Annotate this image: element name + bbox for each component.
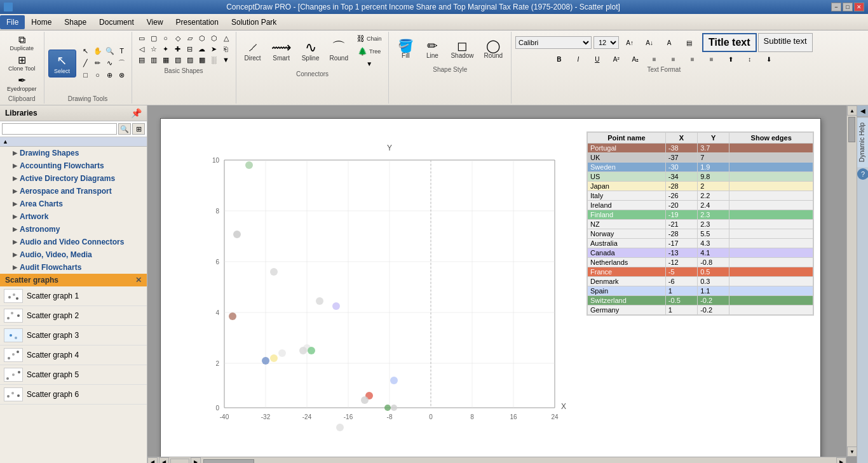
font-size-increase-button[interactable]: A↑ [621,37,639,48]
lib-item-active-directory[interactable]: ▶Active Directory Diagrams [0,172,147,185]
scroll-right-button[interactable]: ▶ [836,457,846,464]
menu-file[interactable]: File [0,15,25,29]
tool-pen[interactable]: ✏ [92,58,104,68]
shape-circle[interactable]: ○ [160,33,172,43]
close-button[interactable]: ✕ [854,3,864,11]
library-view-toggle[interactable]: ⊞ [132,123,145,135]
scroll-left-button[interactable]: ◀ [147,457,158,464]
shape-extra7[interactable]: ░ [208,55,220,65]
align-center-button[interactable]: ≡ [665,53,682,65]
page-thumb[interactable] [170,459,189,464]
scatter-graph-5[interactable]: Scatter graph 5 [0,365,147,385]
shape-extra6[interactable]: ▩ [196,55,208,65]
shape-extra5[interactable]: ▨ [184,55,196,65]
clone-tool-button[interactable]: ⊞ Clone Tool [5,53,38,74]
scatter-graph-6[interactable]: Scatter graph 6 [0,385,147,405]
shape-extra1[interactable]: ▤ [136,55,147,65]
drawing-canvas[interactable]: Y X 8 6 4 2 0 10 -40 -32 -24 -16 [160,118,821,457]
chain-connector-button[interactable]: ⛓ Chain [354,33,385,44]
tool-bezier[interactable]: ∿ [104,58,116,68]
justify-button[interactable]: ≡ [703,53,721,65]
eyedropper-button[interactable]: ✒ Eyedropper [4,74,40,94]
shape-hexagon[interactable]: ⬡ [196,33,208,43]
tool-line[interactable]: ╱ [80,58,92,68]
scroll-thumb-h[interactable] [203,459,254,464]
lib-item-accounting[interactable]: ▶Accounting Flowcharts [0,159,147,172]
shape-octagon[interactable]: ⬡ [208,33,220,43]
lib-item-aerospace[interactable]: ▶Aerospace and Transport [0,185,147,198]
superscript-button[interactable]: A² [607,53,625,65]
fill-button[interactable]: 🪣 Fill [393,33,418,65]
tool-text[interactable]: T [116,46,128,56]
pin-icon[interactable]: 📌 [131,108,142,118]
canvas-area[interactable]: Y X 8 6 4 2 0 10 -40 -32 -24 -16 [147,105,857,463]
shape-parallelogram[interactable]: ▱ [184,33,196,43]
font-size-select[interactable]: 12 [593,36,619,49]
lib-item-drawing-shapes[interactable]: ▶Drawing Shapes [0,147,147,159]
shape-rounded-rect[interactable]: ▢ [148,33,159,43]
lib-item-astronomy[interactable]: ▶Astronomy [0,223,147,236]
tool-ellipse[interactable]: ○ [92,70,104,80]
connector-more-button[interactable]: ▼ [354,58,385,69]
bold-button[interactable]: B [550,53,568,65]
lib-item-artwork[interactable]: ▶Artwork [0,210,147,223]
shape-rtriangle[interactable]: ◁ [136,44,147,54]
scatter-graph-2[interactable]: Scatter graph 2 [0,306,147,326]
tool-connector[interactable]: ⊕ [104,70,116,80]
line-button[interactable]: ✏ Line [419,33,445,65]
tool-extra[interactable]: ⊗ [116,70,128,80]
shape-extra4[interactable]: ▧ [172,55,184,65]
round-connector-button[interactable]: ⌒ Round [325,36,352,67]
lib-item-area-charts[interactable]: ▶Area Charts [0,198,147,210]
shape-extra2[interactable]: ▥ [148,55,159,65]
menu-document[interactable]: Document [93,15,140,29]
font-family-select[interactable]: Calibri [515,36,592,49]
shape-more[interactable]: ▼ [220,55,232,65]
scroll-up-button[interactable]: ▲ [847,105,857,116]
align-left-button[interactable]: ≡ [646,53,663,65]
shape-diamond[interactable]: ◇ [172,33,184,43]
tool-zoom[interactable]: 🔍 [104,46,116,56]
scroll-track-v[interactable] [847,116,857,446]
panel-expand-button[interactable]: ◀ [857,105,868,117]
help-icon[interactable]: ? [857,168,868,180]
shape-cross[interactable]: ✚ [172,44,184,54]
menu-home[interactable]: Home [25,15,58,29]
library-search-button[interactable]: 🔍 [118,123,131,135]
lib-item-audio-video-media[interactable]: ▶Audio, Video, Media [0,248,147,261]
tree-connector-button[interactable]: 🌲 Tree [354,46,385,57]
shape-star4[interactable]: ✦ [160,44,172,54]
scatter-graph-3[interactable]: Scatter graph 3 [0,326,147,346]
subtitle-text-button[interactable]: Subtitle text [758,33,813,52]
scroll-down-button[interactable]: ▼ [847,446,857,457]
subscript-button[interactable]: A₂ [627,53,644,65]
page-prev-button[interactable]: ◀ [159,457,169,464]
round-style-button[interactable]: ◯ Round [480,33,507,65]
menu-view[interactable]: View [140,15,170,29]
valign-top-button[interactable]: ⬆ [722,53,740,65]
shape-star5[interactable]: ☆ [148,44,159,54]
spline-connector-button[interactable]: ∿ Spline [297,36,324,67]
highlight-button[interactable]: ▤ [680,37,698,48]
title-text-button[interactable]: Title text [702,33,757,52]
font-color-button[interactable]: A [660,37,678,48]
lib-item-audit[interactable]: ▶Audit Flowcharts [0,261,147,274]
scroll-track-h[interactable] [202,458,836,464]
minimize-button[interactable]: − [831,3,841,11]
lib-scroll-up[interactable]: ▲ [0,137,11,146]
shape-note[interactable]: ⎗ [220,44,232,54]
shape-rect[interactable]: ▭ [136,33,147,43]
scatter-graph-1[interactable]: Scatter graph 1 [0,286,147,306]
lib-item-audio-video-conn[interactable]: ▶Audio and Video Connectors [0,236,147,248]
scatter-graph-4[interactable]: Scatter graph 4 [0,346,147,365]
align-right-button[interactable]: ≡ [684,53,702,65]
menu-shape[interactable]: Shape [58,15,93,29]
italic-button[interactable]: I [569,53,587,65]
shape-cloud[interactable]: ☁ [196,44,208,54]
direct-connector-button[interactable]: ⟋ Direct [240,36,266,67]
maximize-button[interactable]: □ [843,3,853,11]
shape-extra3[interactable]: ▦ [160,55,172,65]
valign-bot-button[interactable]: ⬇ [760,53,778,65]
scroll-thumb-v[interactable] [848,117,855,142]
vertical-scrollbar[interactable]: ▲ ▼ [846,105,857,457]
